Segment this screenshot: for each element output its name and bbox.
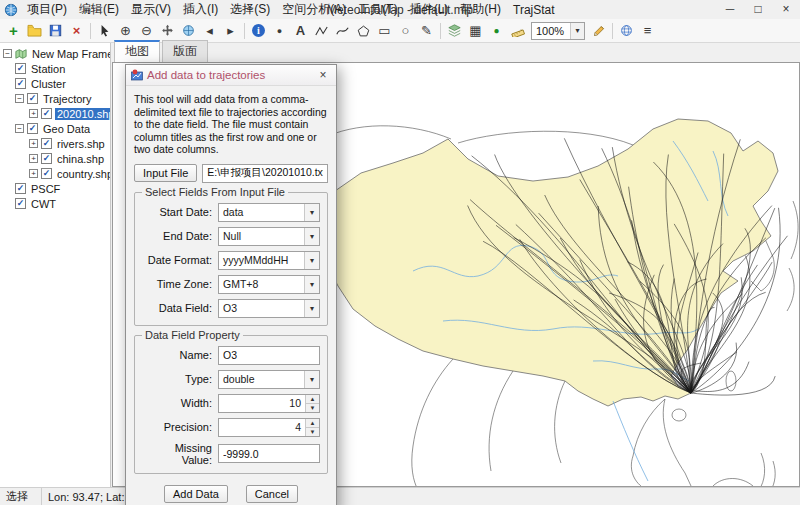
layer-checkbox[interactable]: ✓ (41, 153, 52, 164)
tab-layout[interactable]: 版面 (162, 40, 208, 62)
measure-icon[interactable] (507, 21, 528, 41)
layer-checkbox[interactable]: ✓ (15, 198, 26, 209)
tree-node-cluster[interactable]: ✓ Cluster (0, 76, 110, 91)
run-icon[interactable]: ● (486, 21, 507, 41)
time-zone-combo[interactable]: GMT+8 ▾ (218, 275, 320, 294)
save-icon[interactable] (45, 21, 66, 41)
new-label-icon[interactable]: A (290, 21, 311, 41)
input-file-button[interactable]: Input File (134, 164, 197, 182)
layer-checkbox[interactable]: ✓ (41, 108, 52, 119)
identify-icon[interactable]: i (248, 21, 269, 41)
dialog-titlebar[interactable]: Add data to trajectories × (126, 65, 336, 86)
collapse-toggle-icon[interactable]: − (15, 124, 24, 133)
new-curve-icon[interactable] (332, 21, 353, 41)
collapse-toggle-icon[interactable]: − (3, 49, 12, 58)
tree-node-trajectory[interactable]: − ✓ Trajectory (0, 91, 110, 106)
chevron-down-icon[interactable]: ▾ (304, 204, 319, 221)
tree-label-country[interactable]: country.shp (55, 168, 111, 180)
tree-label-map-frame[interactable]: New Map Frame (30, 48, 111, 60)
spinner-up-icon[interactable]: ▲ (306, 419, 319, 428)
type-combo[interactable]: double ▾ (218, 370, 320, 389)
tree-node-pscf[interactable]: ✓ PSCF (0, 181, 110, 196)
zoom-in-icon[interactable]: ⊕ (115, 21, 136, 41)
edit-pencil-icon[interactable] (588, 21, 609, 41)
add-layer-icon[interactable]: + (3, 21, 24, 41)
new-circle-icon[interactable]: ○ (395, 21, 416, 41)
chevron-down-icon[interactable]: ▾ (304, 300, 319, 317)
menu-view[interactable]: 显示(V) (125, 0, 177, 19)
input-file-field[interactable] (202, 164, 328, 183)
tree-label-trajectory[interactable]: Trajectory (41, 93, 94, 105)
layer-checkbox[interactable]: ✓ (27, 93, 38, 104)
spinner-down-icon[interactable]: ▼ (306, 428, 319, 436)
tree-node-china[interactable]: + ✓ china.shp (0, 151, 110, 166)
cancel-button[interactable]: Cancel (246, 485, 298, 503)
close-button[interactable]: × (772, 0, 800, 19)
tree-label-cluster[interactable]: Cluster (29, 78, 68, 90)
zoom-combo-arrow-icon[interactable]: ▾ (570, 23, 584, 39)
menu-selection[interactable]: 选择(S) (224, 0, 276, 19)
tree-label-traj-layer[interactable]: 202010.shp (55, 108, 111, 120)
tree-node-cwt[interactable]: ✓ CWT (0, 196, 110, 211)
layer-checkbox[interactable]: ✓ (41, 168, 52, 179)
date-format-combo[interactable]: yyyyMMddHH ▾ (218, 251, 320, 270)
missing-value-field[interactable] (218, 444, 320, 463)
expand-toggle-icon[interactable]: + (29, 139, 38, 148)
menu-tools[interactable]: 工具(T) (352, 0, 403, 19)
menu-edit[interactable]: 编辑(E) (73, 0, 125, 19)
layer-checkbox[interactable]: ✓ (27, 123, 38, 134)
start-date-combo[interactable]: data ▾ (218, 203, 320, 222)
menu-help[interactable]: 帮助(H) (454, 0, 507, 19)
expand-toggle-icon[interactable]: + (29, 169, 38, 178)
menu-spatial-analysis[interactable]: 空间分析(A) (276, 0, 352, 19)
expand-toggle-icon[interactable]: + (29, 109, 38, 118)
precision-spinner[interactable]: 4 ▲ ▼ (218, 418, 320, 437)
new-polyline-icon[interactable] (311, 21, 332, 41)
new-freehand-icon[interactable]: ✎ (416, 21, 437, 41)
zoom-out-icon[interactable]: ⊖ (136, 21, 157, 41)
dialog-close-icon[interactable]: × (310, 65, 336, 85)
width-spinner[interactable]: 10 ▲ ▼ (218, 394, 320, 413)
full-extent-icon[interactable] (178, 21, 199, 41)
menu-insert[interactable]: 插入(I) (177, 0, 224, 19)
end-date-combo[interactable]: Null ▾ (218, 227, 320, 246)
tab-map[interactable]: 地图 (114, 40, 160, 62)
maximize-button[interactable]: □ (744, 0, 772, 19)
tree-node-traj-layer[interactable]: + ✓ 202010.shp (0, 106, 110, 121)
remove-layer-icon[interactable]: × (66, 21, 87, 41)
attribute-table-icon[interactable]: ▦ (465, 21, 486, 41)
tree-label-pscf[interactable]: PSCF (29, 183, 62, 195)
tree-label-geodata[interactable]: Geo Data (41, 123, 92, 135)
add-data-button[interactable]: Add Data (164, 485, 228, 503)
layer-checkbox[interactable]: ✓ (41, 138, 52, 149)
minimize-button[interactable]: ─ (716, 0, 744, 19)
new-polygon-icon[interactable] (353, 21, 374, 41)
zoom-level-combo[interactable]: 100% ▾ (531, 22, 585, 40)
tree-label-china[interactable]: china.shp (55, 153, 106, 165)
layer-checkbox[interactable]: ✓ (15, 183, 26, 194)
settings-icon[interactable]: ≡ (637, 21, 658, 41)
tree-node-country[interactable]: + ✓ country.shp (0, 166, 110, 181)
layers-icon[interactable] (444, 21, 465, 41)
tree-label-rivers[interactable]: rivers.shp (55, 138, 107, 150)
menu-project[interactable]: 项目(P) (21, 0, 73, 19)
tree-node-map-frame[interactable]: − New Map Frame (0, 46, 110, 61)
tree-label-cwt[interactable]: CWT (29, 198, 58, 210)
menu-plugins[interactable]: 插件(L) (404, 0, 455, 19)
spinner-down-icon[interactable]: ▼ (306, 404, 319, 412)
collapse-toggle-icon[interactable]: − (15, 94, 24, 103)
new-rectangle-icon[interactable]: ▭ (374, 21, 395, 41)
zoom-next-icon[interactable]: ▸ (220, 21, 241, 41)
zoom-previous-icon[interactable]: ◂ (199, 21, 220, 41)
tree-node-station[interactable]: ✓ Station (0, 61, 110, 76)
data-field-combo[interactable]: O3 ▾ (218, 299, 320, 318)
projection-icon[interactable] (616, 21, 637, 41)
new-point-icon[interactable]: ● (269, 21, 290, 41)
chevron-down-icon[interactable]: ▾ (304, 252, 319, 269)
pan-icon[interactable] (157, 21, 178, 41)
tree-node-geodata[interactable]: − ✓ Geo Data (0, 121, 110, 136)
chevron-down-icon[interactable]: ▾ (304, 276, 319, 293)
expand-toggle-icon[interactable]: + (29, 154, 38, 163)
open-file-icon[interactable] (24, 21, 45, 41)
chevron-down-icon[interactable]: ▾ (304, 371, 319, 388)
